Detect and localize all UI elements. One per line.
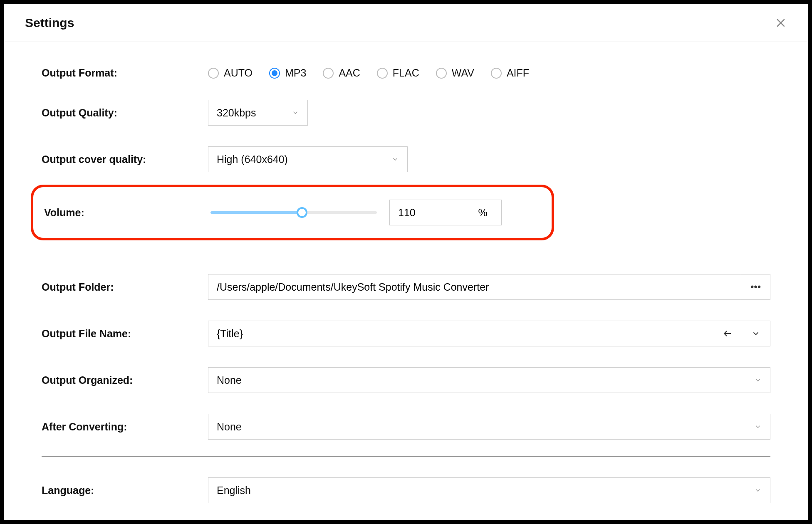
divider [42, 456, 770, 457]
chevron-down-icon [754, 487, 762, 494]
radio-icon [491, 68, 502, 79]
volume-input[interactable] [389, 200, 464, 225]
filename-options-button[interactable] [741, 321, 770, 346]
row-output-folder: Output Folder: ••• [42, 274, 770, 300]
label-output-organized: Output Organized: [42, 374, 208, 386]
slider-thumb[interactable] [297, 207, 307, 218]
label-output-filename: Output File Name: [42, 328, 208, 340]
radio-aiff[interactable]: AIFF [491, 67, 529, 79]
row-language: Language: English [42, 477, 770, 503]
arrow-left-icon [723, 329, 733, 339]
select-value: 320kbps [217, 107, 256, 119]
chevron-down-icon [391, 156, 399, 163]
filename-value: {Title} [217, 328, 723, 340]
slider-fill [210, 211, 302, 214]
label-volume: Volume: [42, 207, 210, 219]
row-output-quality: Output Quality: 320kbps [42, 100, 770, 126]
radio-auto[interactable]: AUTO [208, 67, 253, 79]
label-after-converting: After Converting: [42, 421, 208, 433]
row-output-filename: Output File Name: {Title} [42, 321, 770, 346]
select-value: English [217, 484, 251, 497]
output-folder-input[interactable] [208, 274, 741, 300]
select-value: None [217, 374, 242, 386]
label-output-format: Output Format: [42, 67, 208, 79]
page-title: Settings [25, 16, 74, 30]
divider [42, 253, 770, 253]
select-cover-quality[interactable]: High (640x640) [208, 146, 408, 172]
volume-slider[interactable] [210, 211, 377, 214]
radio-label: FLAC [393, 67, 419, 79]
row-output-format: Output Format: AUTO MP3 AAC FLAC [42, 67, 770, 79]
label-language: Language: [42, 484, 208, 497]
radio-icon [377, 68, 388, 79]
radio-flac[interactable]: FLAC [377, 67, 419, 79]
browse-folder-button[interactable]: ••• [741, 274, 770, 300]
settings-window: Settings Output Format: AUTO MP3 AAC [0, 0, 812, 524]
label-output-folder: Output Folder: [42, 281, 208, 293]
radio-label: WAV [452, 67, 474, 79]
chevron-down-icon [751, 329, 760, 338]
radio-icon [208, 68, 219, 79]
radio-icon [436, 68, 447, 79]
radio-icon [323, 68, 334, 79]
ellipsis-icon: ••• [750, 281, 761, 293]
radio-wav[interactable]: WAV [436, 67, 474, 79]
header: Settings [4, 4, 808, 42]
format-radio-group: AUTO MP3 AAC FLAC WAV [208, 67, 770, 79]
content: Output Format: AUTO MP3 AAC FLAC [4, 42, 808, 503]
row-after-converting: After Converting: None [42, 414, 770, 440]
row-output-organized: Output Organized: None [42, 367, 770, 393]
radio-label: MP3 [285, 67, 306, 79]
label-output-quality: Output Quality: [42, 107, 208, 119]
select-output-organized[interactable]: None [208, 367, 770, 393]
close-icon[interactable] [775, 17, 787, 29]
radio-label: AUTO [224, 67, 253, 79]
radio-label: AIFF [507, 67, 529, 79]
select-output-quality[interactable]: 320kbps [208, 100, 308, 126]
select-value: High (640x640) [217, 153, 288, 166]
select-value: None [217, 421, 242, 433]
output-filename-field[interactable]: {Title} [208, 321, 741, 346]
chevron-down-icon [754, 376, 762, 384]
row-volume-highlight: Volume: % [31, 185, 554, 240]
chevron-down-icon [292, 109, 299, 116]
radio-mp3[interactable]: MP3 [269, 67, 306, 79]
row-cover-quality: Output cover quality: High (640x640) [42, 146, 770, 172]
volume-unit: % [464, 200, 502, 225]
select-after-converting[interactable]: None [208, 414, 770, 440]
radio-aac[interactable]: AAC [323, 67, 360, 79]
radio-icon [269, 68, 280, 79]
radio-label: AAC [339, 67, 360, 79]
select-language[interactable]: English [208, 477, 770, 503]
chevron-down-icon [754, 423, 762, 430]
label-cover-quality: Output cover quality: [42, 153, 208, 166]
